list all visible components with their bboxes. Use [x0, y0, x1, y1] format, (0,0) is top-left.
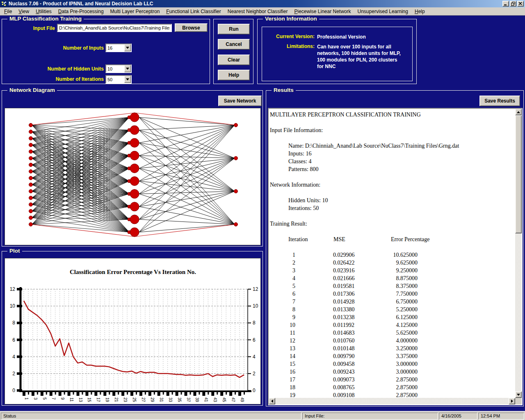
vertical-scroll-thumb[interactable]: [515, 115, 522, 233]
cell-iteration: 8: [270, 306, 295, 313]
iterations-line: Iterations: 50: [270, 204, 514, 212]
cancel-button[interactable]: Cancel: [218, 39, 250, 50]
cell-error-pct: 2.875000: [382, 391, 418, 397]
menu-item-view[interactable]: View: [15, 7, 32, 16]
menu-item-multi-layer-perceptron[interactable]: Multi Layer Perceptron: [107, 7, 163, 16]
cell-mse: 0.014928: [333, 298, 373, 306]
menu-item-data-pre-processing[interactable]: Data Pre-Processing: [55, 7, 107, 16]
num-hidden-combo[interactable]: 10: [105, 64, 132, 73]
scroll-right-button[interactable]: [509, 398, 515, 404]
minimize-button[interactable]: [502, 1, 509, 7]
table-row: 5 0.019581 8.375000: [270, 282, 514, 290]
menu-item-utilities[interactable]: Utilities: [32, 7, 55, 16]
horizontal-scrollbar[interactable]: [269, 398, 515, 404]
training-results-table: 1 0.029906 10.625000 2 0.026422 9.625000…: [270, 251, 514, 397]
vertical-scrollbar[interactable]: [515, 109, 522, 398]
action-panel: Run Cancel Clear Help: [213, 19, 253, 84]
cell-iteration: 12: [270, 337, 295, 345]
cell-mse: 0.011992: [333, 321, 373, 329]
svg-text:11: 11: [69, 397, 74, 402]
svg-text:12: 12: [253, 286, 258, 292]
status-cell: Status: [1, 413, 301, 420]
menu-item-help[interactable]: Help: [411, 7, 428, 16]
num-inputs-dropdown-button[interactable]: [124, 44, 131, 51]
results-textbox[interactable]: MULTILAYER PERCEPTRON CLASSIFICATION TRA…: [268, 108, 523, 405]
plot-canvas: 0022446688101012121357911131517192123252…: [5, 258, 261, 404]
table-row: 17 0.009073 2.875000: [270, 376, 514, 383]
svg-text:27: 27: [141, 397, 146, 402]
table-row: 16 0.009243 3.000000: [270, 368, 514, 376]
svg-text:21: 21: [114, 397, 119, 402]
num-hidden-value: 10: [106, 66, 124, 71]
cell-iteration: 6: [270, 290, 295, 298]
results-group: Results Save Results MULTILAYER PERCEPTR…: [266, 90, 524, 406]
svg-text:19: 19: [105, 397, 110, 402]
cell-iteration: 7: [270, 298, 295, 306]
svg-text:4: 4: [253, 354, 256, 360]
training-result-heading: Training Result:: [270, 220, 514, 228]
cell-mse: 0.029906: [333, 251, 373, 259]
chevron-down-icon: [126, 68, 129, 70]
svg-text:25: 25: [132, 397, 137, 402]
input-file-input[interactable]: [57, 24, 172, 32]
clear-button[interactable]: Clear: [218, 55, 250, 65]
svg-text:7: 7: [51, 397, 56, 400]
cell-error-pct: 5.250000: [382, 306, 418, 313]
num-iterations-label: Number of Iterations: [2, 76, 104, 82]
patterns-line: Patterns: 800: [270, 165, 514, 173]
scroll-left-button[interactable]: [269, 398, 275, 404]
date-cell: 4/16/2005: [439, 413, 477, 420]
arrow-up-icon: [517, 111, 520, 113]
table-row: 7 0.014928 6.750000: [270, 298, 514, 306]
menu-item-nearest-neighbor-classifier[interactable]: Nearest Neighbor Classifier: [224, 7, 291, 16]
num-iterations-combo[interactable]: 50: [105, 75, 132, 84]
table-row: 11 0.014683 5.625000: [270, 329, 514, 337]
svg-text:Classification Error Percentag: Classification Error Percentage Vs Itera…: [70, 269, 196, 275]
svg-text:35: 35: [177, 397, 182, 402]
browse-button[interactable]: Browse: [175, 23, 208, 32]
svg-text:0: 0: [253, 388, 256, 393]
svg-text:1: 1: [24, 397, 29, 400]
scroll-down-button[interactable]: [515, 391, 522, 398]
svg-text:15: 15: [87, 397, 91, 402]
menu-item-piecewise-linear-network[interactable]: Piecewise Linear Network: [291, 7, 354, 16]
input-file-label: Input File: [2, 25, 55, 31]
save-results-button[interactable]: Save Results: [479, 96, 520, 106]
status-bar: Status Input File: 4/16/2005 12:54 PM: [0, 411, 525, 420]
num-inputs-combo[interactable]: 16: [105, 43, 132, 52]
cell-error-pct: 9.250000: [382, 267, 418, 274]
svg-text:5: 5: [42, 397, 47, 400]
input-file-cell: Input File:: [302, 413, 438, 420]
menu-item-unsupervised-learning[interactable]: Unsupervised Learning: [354, 7, 411, 16]
app-icon: [1, 1, 7, 7]
limitations-label: Limitations:: [267, 43, 315, 49]
cell-error-pct: 9.625000: [382, 259, 418, 267]
svg-text:6: 6: [12, 337, 15, 343]
cell-error-pct: 6.125000: [382, 313, 418, 321]
network-group-title: Network Diagram: [7, 87, 57, 93]
scroll-up-button[interactable]: [515, 109, 522, 115]
save-network-button[interactable]: Save Network: [218, 96, 262, 106]
limitations-text: Can have over 100 inputs for all network…: [317, 43, 415, 70]
cell-iteration: 19: [270, 391, 295, 397]
close-button[interactable]: [517, 1, 524, 7]
col-iteration: Iteration: [288, 235, 308, 243]
table-row: 13 0.010148 3.250000: [270, 345, 514, 352]
svg-text:39: 39: [195, 397, 199, 402]
svg-text:13: 13: [78, 397, 83, 402]
num-iterations-dropdown-button[interactable]: [124, 76, 131, 83]
menu-item-functional-link-classifier[interactable]: Functional Link Classifier: [163, 7, 224, 16]
num-hidden-dropdown-button[interactable]: [124, 65, 131, 72]
menu-item-file[interactable]: File: [1, 7, 15, 16]
cell-error-pct: 3.250000: [382, 345, 418, 352]
table-row: 19 0.009108 2.875000: [270, 391, 514, 397]
table-row: 12 0.010760 4.000000: [270, 337, 514, 345]
run-button[interactable]: Run: [218, 24, 250, 34]
training-table-header: Iteration MSE Error Percentage: [270, 235, 514, 243]
network-svg: [5, 108, 261, 246]
cell-iteration: 4: [270, 274, 295, 282]
cell-error-pct: 7.750000: [382, 290, 418, 298]
restore-button[interactable]: [510, 1, 516, 7]
help-button[interactable]: Help: [218, 70, 250, 80]
cell-iteration: 9: [270, 313, 295, 321]
